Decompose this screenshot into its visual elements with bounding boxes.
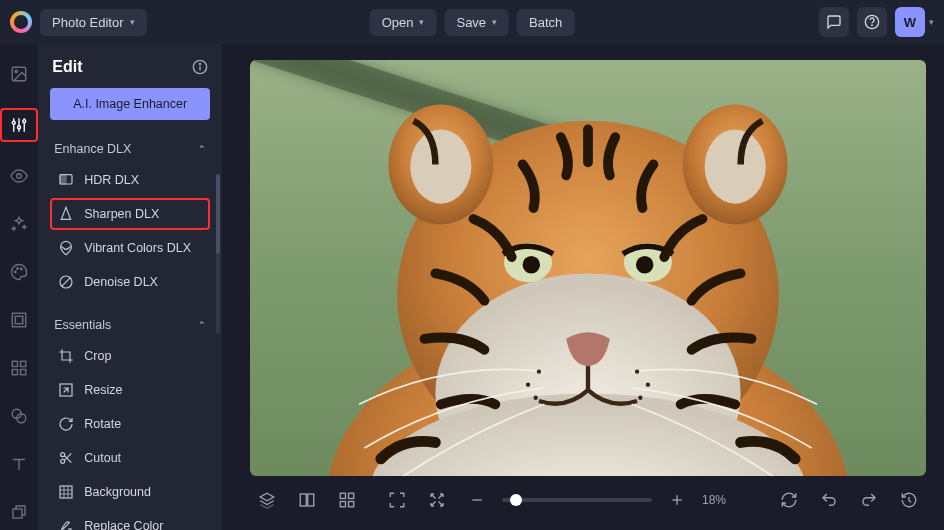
avatar: W xyxy=(895,7,925,37)
info-icon xyxy=(192,59,208,75)
svg-rect-27 xyxy=(60,175,66,184)
overlay-icon xyxy=(10,407,28,425)
svg-point-25 xyxy=(199,63,200,64)
panel-scrollbar-thumb[interactable] xyxy=(216,174,220,254)
svg-point-51 xyxy=(537,369,541,373)
chevron-up-icon: ⌃ xyxy=(198,320,206,330)
rail-elements-tool[interactable] xyxy=(5,354,33,382)
rail-palette-tool[interactable] xyxy=(5,258,33,286)
info-button[interactable] xyxy=(192,59,208,75)
svg-point-55 xyxy=(646,382,650,386)
refresh-icon xyxy=(780,491,798,509)
item-background[interactable]: Background xyxy=(50,476,210,508)
edit-panel: Edit A.I. Image Enhancer Enhance DLX ⌃ H… xyxy=(38,44,222,530)
redo-button[interactable] xyxy=(854,485,884,515)
chat-icon xyxy=(826,14,842,30)
help-button[interactable] xyxy=(857,7,887,37)
batch-button[interactable]: Batch xyxy=(517,9,574,36)
chevron-down-icon: ▾ xyxy=(419,17,424,27)
item-vibrant-colors-dlx[interactable]: Vibrant Colors DLX xyxy=(50,232,210,264)
svg-point-8 xyxy=(18,126,21,129)
replace-color-icon xyxy=(58,518,74,530)
item-crop[interactable]: Crop xyxy=(50,340,210,372)
svg-point-13 xyxy=(21,268,23,270)
zoom-slider-thumb[interactable] xyxy=(510,494,522,506)
rail-text-tool[interactable] xyxy=(5,450,33,478)
undo-icon xyxy=(820,491,838,509)
history-button[interactable] xyxy=(894,485,924,515)
svg-point-50 xyxy=(636,256,653,273)
redo-icon xyxy=(860,491,878,509)
rail-eye-tool[interactable] xyxy=(5,162,33,190)
app-switcher-button[interactable]: Photo Editor ▾ xyxy=(40,9,147,36)
account-menu-button[interactable]: W ▾ xyxy=(895,7,934,37)
undo-button[interactable] xyxy=(814,485,844,515)
rail-image-tool[interactable] xyxy=(5,60,33,88)
sharpen-icon xyxy=(58,206,74,222)
svg-rect-18 xyxy=(12,370,17,375)
panel-scrollbar[interactable] xyxy=(216,174,220,334)
help-icon xyxy=(864,14,880,30)
save-button[interactable]: Save ▾ xyxy=(444,9,509,36)
ai-image-enhancer-button[interactable]: A.I. Image Enhancer xyxy=(50,88,210,120)
svg-point-3 xyxy=(15,70,17,72)
item-replace-color[interactable]: Replace Color xyxy=(50,510,210,530)
item-cutout[interactable]: Cutout xyxy=(50,442,210,474)
chevron-down-icon: ▾ xyxy=(130,17,135,27)
fit-screen-button[interactable] xyxy=(382,485,412,515)
item-denoise-dlx[interactable]: Denoise DLX xyxy=(50,266,210,298)
svg-rect-19 xyxy=(21,370,26,375)
panel-title: Edit xyxy=(52,58,82,76)
minus-icon xyxy=(469,492,485,508)
item-rotate[interactable]: Rotate xyxy=(50,408,210,440)
eye-icon xyxy=(10,167,28,185)
layers-panel-button[interactable] xyxy=(252,485,282,515)
svg-point-56 xyxy=(638,396,642,400)
svg-rect-62 xyxy=(349,502,354,507)
image-canvas[interactable] xyxy=(250,60,926,476)
svg-rect-22 xyxy=(13,509,22,518)
item-hdr-dlx[interactable]: HDR DLX xyxy=(50,164,210,196)
zoom-out-button[interactable] xyxy=(462,485,492,515)
fit-icon xyxy=(388,491,406,509)
rail-frame-tool[interactable] xyxy=(5,306,33,334)
zoom-slider[interactable] xyxy=(502,498,652,502)
reset-button[interactable] xyxy=(774,485,804,515)
item-resize[interactable]: Resize xyxy=(50,374,210,406)
rail-overlay-tool[interactable] xyxy=(5,402,33,430)
vibrant-icon xyxy=(58,240,74,256)
section-enhance-dlx[interactable]: Enhance DLX ⌃ xyxy=(50,138,210,160)
rail-adjust-tool[interactable] xyxy=(0,108,38,142)
expand-button[interactable] xyxy=(422,485,452,515)
svg-point-44 xyxy=(705,130,766,204)
layers-icon xyxy=(10,503,28,521)
rail-layers-tool[interactable] xyxy=(5,498,33,526)
svg-rect-57 xyxy=(300,494,306,506)
svg-rect-59 xyxy=(340,493,345,498)
app-switcher-label: Photo Editor xyxy=(52,15,124,30)
elements-icon xyxy=(10,359,28,377)
compare-button[interactable] xyxy=(292,485,322,515)
svg-point-11 xyxy=(15,271,17,273)
tiger-image xyxy=(250,60,926,476)
svg-rect-61 xyxy=(340,502,345,507)
rotate-icon xyxy=(58,416,74,432)
zoom-in-button[interactable] xyxy=(662,485,692,515)
svg-rect-60 xyxy=(349,493,354,498)
svg-point-53 xyxy=(533,396,537,400)
grid-view-button[interactable] xyxy=(332,485,362,515)
crop-icon xyxy=(58,348,74,364)
svg-point-43 xyxy=(410,130,471,204)
chevron-down-icon: ▾ xyxy=(492,17,497,27)
svg-point-9 xyxy=(23,120,26,123)
open-button[interactable]: Open ▾ xyxy=(370,9,437,36)
canvas-area: 18% xyxy=(222,44,944,530)
feedback-button[interactable] xyxy=(819,7,849,37)
history-icon xyxy=(900,491,918,509)
section-essentials[interactable]: Essentials ⌃ xyxy=(50,314,210,336)
item-sharpen-dlx[interactable]: Sharpen DLX xyxy=(50,198,210,230)
svg-point-52 xyxy=(526,382,530,386)
text-icon xyxy=(10,455,28,473)
rail-effects-tool[interactable] xyxy=(5,210,33,238)
bottom-toolbar: 18% xyxy=(250,476,926,524)
